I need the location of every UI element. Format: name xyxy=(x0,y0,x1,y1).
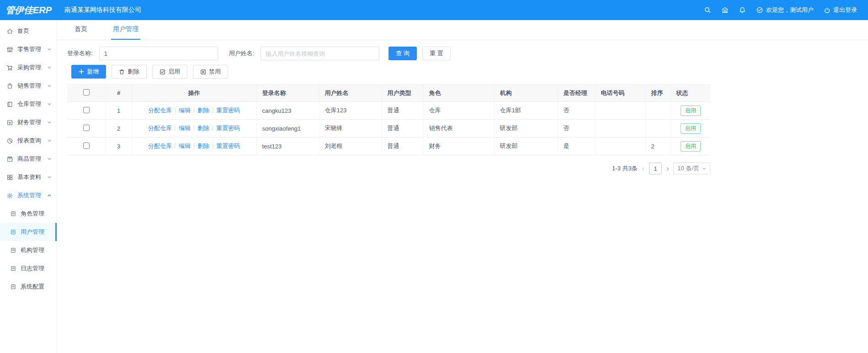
gear-icon xyxy=(6,192,13,199)
finance-icon xyxy=(6,119,13,126)
sidebar-item-retail[interactable]: 零售管理 xyxy=(0,40,57,58)
cell-login: cangku123 xyxy=(256,102,319,120)
sidebar: 首页 零售管理 采购管理 销售管理 仓库管理 财务管理 xyxy=(0,20,57,353)
sidebar-item-label: 系统管理 xyxy=(17,191,41,200)
sidebar-item-user-management[interactable]: 用户管理 xyxy=(0,223,57,241)
chevron-down-icon xyxy=(47,47,52,52)
sidebar-item-label: 报表查询 xyxy=(17,137,41,145)
user-name-label: 用户姓名: xyxy=(229,49,255,58)
table-row: 3 分配仓库编辑删除重置密码 test123 刘老根 普通 财务 研发部 是 2 xyxy=(67,137,710,155)
cell-index: 2 xyxy=(106,120,132,137)
cell-sort xyxy=(645,102,671,120)
user-circle-icon xyxy=(756,6,763,14)
cell-index: 1 xyxy=(106,102,132,120)
add-button[interactable]: 新增 xyxy=(71,65,106,79)
cell-login: songxiaofeng1 xyxy=(256,120,319,137)
tab-user-management[interactable]: 用户管理 xyxy=(111,25,140,40)
chevron-down-icon xyxy=(47,120,52,125)
cell-name: 宋晓锋 xyxy=(319,120,382,137)
cell-org: 研发部 xyxy=(494,137,558,155)
user-name-input[interactable] xyxy=(261,47,379,60)
page-size-select[interactable]: 10 条/页 xyxy=(673,163,710,174)
cell-phone xyxy=(595,102,645,120)
table-header-row: # 操作 登录名称 用户姓名 用户类型 角色 机构 是否经理 电话号码 排序 状… xyxy=(67,84,710,102)
sidebar-item-role-management[interactable]: 角色管理 xyxy=(0,205,57,223)
purchase-cart-icon xyxy=(6,64,13,71)
delete-button[interactable]: 删除 xyxy=(112,65,147,79)
sidebar-item-finance[interactable]: 财务管理 xyxy=(0,113,57,132)
reset-password-link[interactable]: 重置密码 xyxy=(216,142,240,149)
logout-label: 退出登录 xyxy=(833,6,857,14)
login-name-input[interactable] xyxy=(99,47,218,60)
col-type: 用户类型 xyxy=(382,84,423,102)
next-page-button[interactable]: › xyxy=(666,165,670,172)
divider xyxy=(175,143,176,148)
sidebar-item-basic-data[interactable]: 基本资料 xyxy=(0,168,57,186)
main-area: 首页 用户管理 登录名称: 用户姓名: 查 询 重 置 新增 xyxy=(57,20,868,353)
assign-warehouse-link[interactable]: 分配仓库 xyxy=(148,107,172,114)
welcome-text: 欢迎您，测试用户 xyxy=(766,6,814,14)
delete-link[interactable]: 删除 xyxy=(197,125,209,132)
notification-bell-icon[interactable] xyxy=(739,6,746,14)
reset-password-link[interactable]: 重置密码 xyxy=(216,107,240,114)
sidebar-item-system[interactable]: 系统管理 xyxy=(0,186,57,205)
enable-button-label: 启用 xyxy=(168,68,180,76)
divider xyxy=(213,126,213,131)
assign-warehouse-link[interactable]: 分配仓库 xyxy=(148,142,172,149)
chevron-down-icon xyxy=(47,157,52,161)
document-icon xyxy=(10,284,16,290)
col-status: 状态 xyxy=(671,84,710,102)
col-name: 用户姓名 xyxy=(319,84,382,102)
sidebar-item-log-management[interactable]: 日志管理 xyxy=(0,259,57,278)
sidebar-item-warehouse[interactable]: 仓库管理 xyxy=(0,95,57,113)
power-icon xyxy=(824,7,831,14)
sidebar-item-org-management[interactable]: 机构管理 xyxy=(0,241,57,259)
page-number-button[interactable]: 1 xyxy=(649,163,662,174)
sidebar-item-home[interactable]: 首页 xyxy=(0,22,57,40)
sidebar-item-label: 角色管理 xyxy=(21,210,44,218)
col-manager: 是否经理 xyxy=(558,84,595,102)
sidebar-item-goods[interactable]: 商品管理 xyxy=(0,150,57,168)
prev-page-button[interactable]: ‹ xyxy=(641,165,645,172)
tab-home[interactable]: 首页 xyxy=(73,25,89,40)
user-menu[interactable]: 欢迎您，测试用户 xyxy=(756,6,814,14)
col-login: 登录名称 xyxy=(256,84,319,102)
sidebar-item-purchase[interactable]: 采购管理 xyxy=(0,58,57,77)
sidebar-item-label: 零售管理 xyxy=(17,45,41,53)
cell-manager: 否 xyxy=(558,120,595,137)
cell-type: 普通 xyxy=(382,137,423,155)
reset-password-link[interactable]: 重置密码 xyxy=(216,125,240,132)
enable-button[interactable]: 启用 xyxy=(152,65,187,79)
delete-link[interactable]: 删除 xyxy=(197,107,209,114)
search-icon[interactable] xyxy=(704,6,711,14)
search-button[interactable]: 查 询 xyxy=(389,47,417,60)
goods-box-icon xyxy=(6,156,13,163)
delete-link[interactable]: 删除 xyxy=(197,142,209,149)
row-checkbox[interactable] xyxy=(83,107,90,113)
logout-button[interactable]: 退出登录 xyxy=(824,6,857,14)
row-checkbox[interactable] xyxy=(83,125,90,131)
chevron-down-icon xyxy=(47,102,52,106)
disable-button[interactable]: 禁用 xyxy=(193,65,228,79)
cell-type: 普通 xyxy=(382,120,423,137)
grid-icon xyxy=(6,174,13,181)
filter-row: 登录名称: 用户姓名: 查 询 重 置 xyxy=(67,47,858,60)
sidebar-item-system-config[interactable]: 系统配置 xyxy=(0,278,57,296)
plus-icon xyxy=(79,69,84,74)
disable-button-label: 禁用 xyxy=(209,68,221,76)
assign-warehouse-link[interactable]: 分配仓库 xyxy=(148,125,172,132)
chevron-down-icon xyxy=(47,84,52,88)
col-phone: 电话号码 xyxy=(595,84,645,102)
sidebar-item-sales[interactable]: 销售管理 xyxy=(0,77,57,95)
reset-button[interactable]: 重 置 xyxy=(422,47,451,60)
sidebar-item-reports[interactable]: 报表查询 xyxy=(0,132,57,150)
row-checkbox[interactable] xyxy=(83,142,90,149)
edit-link[interactable]: 编辑 xyxy=(179,107,191,114)
col-role: 角色 xyxy=(423,84,494,102)
topbar-right: 欢迎您，测试用户 退出登录 xyxy=(704,6,868,14)
edit-link[interactable]: 编辑 xyxy=(179,125,191,132)
select-all-checkbox[interactable] xyxy=(83,89,90,95)
edit-link[interactable]: 编辑 xyxy=(179,142,191,149)
home-icon[interactable] xyxy=(721,6,729,14)
divider xyxy=(213,108,213,113)
